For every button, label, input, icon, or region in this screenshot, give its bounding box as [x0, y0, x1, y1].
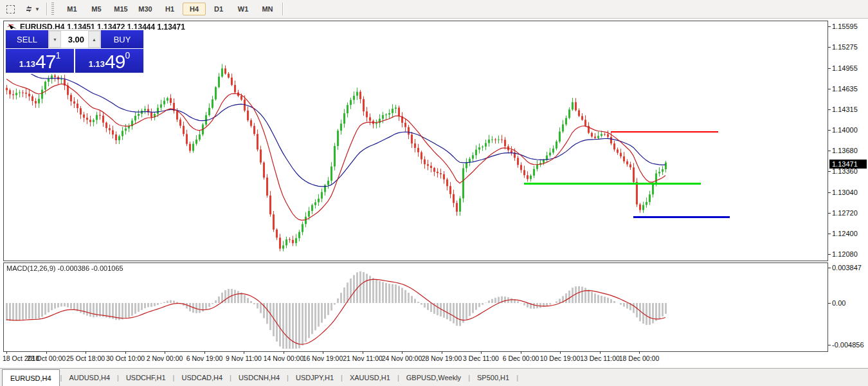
time-axis-label: 9 Nov 11:00	[226, 354, 262, 362]
price-axis-dash	[828, 151, 831, 151]
time-axis-label: 10 Dec 19:00	[540, 354, 580, 362]
chart-tab-usdchf-h1[interactable]: USDCHF,H1	[120, 371, 172, 384]
chart-tab-gbpusd-weekly[interactable]: GBPUSD,Weekly	[400, 371, 467, 384]
time-axis-tick	[442, 351, 442, 354]
timeframe-button-m1[interactable]: M1	[60, 3, 84, 15]
chart-tab-audusd-h4[interactable]: AUDUSD,H4	[62, 371, 116, 384]
macd-axis-dash	[828, 303, 831, 304]
price-axis-tick: 1.13040	[832, 188, 858, 196]
crosshair-icon	[6, 5, 15, 14]
time-axis-tick	[165, 351, 165, 354]
chart-tab-usdjpy-h1[interactable]: USDJPY,H1	[289, 371, 340, 384]
time-axis-label: 14 Nov 00:00	[264, 354, 303, 362]
buy-price-big: 49	[105, 52, 125, 71]
time-axis-tick	[244, 351, 244, 354]
toolbar-separator-2	[282, 3, 283, 15]
macd-indicator-pane[interactable]	[3, 262, 828, 352]
time-axis-label: 6 Dec 00:00	[503, 354, 539, 362]
sell-price-small: 1.13	[19, 57, 35, 71]
time-axis-tick	[560, 351, 561, 354]
timeframe-button-h4[interactable]: H4	[183, 3, 206, 15]
time-axis-label: 2 Nov 00:00	[147, 354, 183, 362]
timeframe-button-d1[interactable]: D1	[207, 3, 230, 15]
time-axis-label: 30 Oct 10:00	[106, 354, 145, 362]
price-axis-tick: 1.15595	[832, 23, 858, 30]
time-axis-label: 3 Dec 11:00	[463, 354, 499, 362]
time-axis-tick	[600, 351, 601, 354]
price-axis-dash	[828, 130, 831, 131]
price-axis-tick: 1.14955	[832, 64, 858, 72]
chart-tab-sp500-h1[interactable]: SP500,H1	[471, 371, 516, 384]
time-axis-label: 18 Dec 00:00	[619, 354, 659, 362]
timeframe-button-m30[interactable]: M30	[134, 3, 157, 15]
price-axis-dash	[828, 192, 831, 193]
top-toolbar: ▼ M1M5M15M30H1H4D1W1MN	[0, 0, 868, 19]
price-axis-dash	[828, 213, 831, 214]
time-axis-label: 21 Nov 11:00	[343, 354, 383, 362]
price-axis-tick: 1.15275	[832, 43, 858, 51]
macd-axis-tick: 0.00	[832, 299, 845, 307]
price-axis-dash	[828, 26, 831, 27]
price-axis-dash	[828, 68, 831, 69]
toolbar-separator	[46, 3, 47, 15]
macd-indicator-label: MACD(12,26,9) -0.000386 -0.001065	[6, 264, 123, 272]
price-axis-tick: 1.12080	[832, 250, 858, 258]
toolbar-grip[interactable]	[51, 3, 54, 15]
time-axis-tick	[481, 351, 482, 354]
trade-levels-button[interactable]: ▼	[21, 2, 44, 16]
chart-tab-xauusd-h1[interactable]: XAUUSD,H1	[343, 371, 397, 384]
timeframe-button-m5[interactable]: M5	[85, 3, 108, 15]
price-axis-tick: 1.12720	[832, 209, 858, 217]
price-axis-tick: 1.14000	[832, 126, 858, 134]
macd-axis-dash	[828, 345, 831, 345]
sell-price-big: 47	[35, 52, 55, 71]
volume-decrease-button[interactable]: ▼	[49, 31, 61, 48]
time-axis-tick	[363, 351, 363, 354]
volume-value[interactable]: 3.00	[61, 31, 88, 48]
time-axis-tick	[284, 351, 284, 354]
timeframe-button-h1[interactable]: H1	[158, 3, 181, 15]
price-axis-dash	[828, 109, 831, 110]
price-axis-dash	[828, 234, 831, 234]
price-axis-tick: 1.14635	[832, 85, 858, 93]
chart-tab-usdcad-h4[interactable]: USDCAD,H4	[175, 371, 229, 384]
time-axis-tick	[521, 351, 521, 354]
buy-price-small: 1.13	[89, 57, 105, 71]
macd-canvas[interactable]	[4, 263, 827, 351]
buy-quote-button[interactable]: 1.13 49 0	[75, 49, 143, 73]
price-axis-dash	[828, 254, 831, 255]
macd-axis-tick: 0.003847	[832, 264, 862, 271]
timeframe-button-w1[interactable]: W1	[231, 3, 255, 15]
timeframe-buttons: M1M5M15M30H1H4D1W1MN	[60, 3, 280, 15]
time-axis-label: 16 Nov 19:00	[303, 354, 343, 362]
time-axis-label: 25 Oct 18:00	[66, 354, 105, 362]
timeframe-button-mn[interactable]: MN	[256, 3, 279, 15]
current-price-badge: 1.13471	[829, 160, 867, 169]
time-axis-label: 28 Nov 19:00	[422, 354, 462, 362]
time-axis-tick	[204, 351, 205, 354]
buy-button[interactable]: BUY	[101, 30, 143, 48]
buy-price-sup: 0	[125, 51, 130, 60]
price-axis-tick: 1.12400	[832, 230, 858, 237]
sell-price-sup: 1	[55, 51, 60, 60]
volume-increase-button[interactable]: ▲	[88, 31, 100, 48]
chart-tab-eurusd-h4[interactable]: EURUSD,H4	[2, 369, 60, 386]
price-axis-dash	[828, 47, 831, 48]
time-axis-tick	[86, 351, 86, 354]
chart-tabs-bar: EURUSD,H4|AUDUSD,H4|USDCHF,H1|USDCAD,H4|…	[0, 368, 868, 386]
time-axis-tick	[6, 351, 7, 354]
price-axis-dash	[828, 89, 831, 89]
time-axis-label: 6 Nov 19:00	[186, 354, 223, 362]
sell-button[interactable]: SELL	[6, 30, 48, 48]
time-axis-label: 23 Oct 00:00	[27, 354, 66, 362]
timeframe-button-m15[interactable]: M15	[109, 3, 132, 15]
chart-tab-usdcnh-h4[interactable]: USDCNH,H4	[232, 371, 286, 384]
tab-separator: |	[516, 374, 519, 381]
time-axis-tick	[639, 351, 640, 354]
sell-quote-button[interactable]: 1.13 47 1	[6, 49, 74, 73]
macd-axis-tick: -0.004856	[832, 341, 864, 349]
time-axis-tick	[46, 351, 47, 354]
crosshair-tool-button[interactable]	[2, 2, 19, 16]
time-axis-tick	[125, 351, 126, 354]
price-axis-tick: 1.13680	[832, 147, 858, 154]
